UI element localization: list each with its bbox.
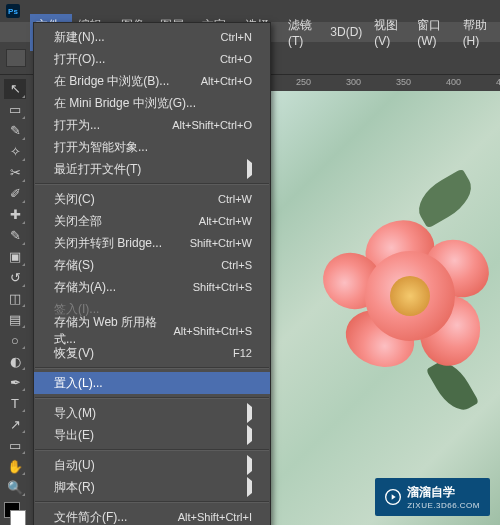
ruler-tick: 300 bbox=[346, 77, 361, 87]
menu-item-label: 关闭全部 bbox=[54, 213, 102, 230]
tool-eyedropper[interactable]: ✐ bbox=[4, 184, 26, 204]
menu-item-11[interactable]: 存储(S)Ctrl+S bbox=[34, 254, 270, 276]
tool-crop[interactable]: ✂ bbox=[4, 163, 26, 183]
menu-item-shortcut: Shift+Ctrl+S bbox=[193, 281, 252, 293]
tool-lasso[interactable]: ✎ bbox=[4, 121, 26, 141]
menu-item-6[interactable]: 最近打开文件(T) bbox=[34, 158, 270, 180]
menu-item-14[interactable]: 存储为 Web 所用格式...Alt+Shift+Ctrl+S bbox=[34, 320, 270, 342]
menu-separator bbox=[35, 449, 269, 451]
chevron-right-icon bbox=[247, 455, 252, 475]
menu-item-17[interactable]: 置入(L)... bbox=[34, 372, 270, 394]
chevron-right-icon bbox=[247, 425, 252, 445]
menu-item-shortcut: Ctrl+N bbox=[221, 31, 252, 43]
background-color[interactable] bbox=[10, 510, 26, 525]
menu-item-label: 文件简介(F)... bbox=[54, 509, 127, 526]
menu-item-label: 新建(N)... bbox=[54, 29, 105, 46]
menu-item-label: 打开(O)... bbox=[54, 51, 105, 68]
menu-item-25[interactable]: 文件简介(F)...Alt+Shift+Ctrl+I bbox=[34, 506, 270, 525]
menu-item-label: 打开为... bbox=[54, 117, 100, 134]
menu-item-shortcut: Alt+Ctrl+W bbox=[199, 215, 252, 227]
menu-item-label: 打开为智能对象... bbox=[54, 139, 148, 156]
menu-item-label: 脚本(R) bbox=[54, 479, 95, 496]
menu-item-shortcut: Ctrl+W bbox=[218, 193, 252, 205]
tool-brush[interactable]: ✎ bbox=[4, 226, 26, 246]
menu-item-22[interactable]: 自动(U) bbox=[34, 454, 270, 476]
menu-separator bbox=[35, 397, 269, 399]
tool-gradient[interactable]: ▤ bbox=[4, 309, 26, 329]
chevron-right-icon bbox=[247, 403, 252, 423]
play-icon bbox=[385, 489, 401, 505]
ruler-tick: 400 bbox=[446, 77, 461, 87]
menu-item-shortcut bbox=[247, 163, 252, 175]
menu-item-shortcut: F12 bbox=[233, 347, 252, 359]
tool-move[interactable]: ↖ bbox=[4, 79, 26, 99]
menu-item-label: 导出(E) bbox=[54, 427, 94, 444]
watermark-sub: ZIXUE.3D66.COM bbox=[407, 501, 480, 510]
menu-8[interactable]: 视图(V) bbox=[368, 14, 411, 51]
menu-separator bbox=[35, 501, 269, 503]
tool-blur[interactable]: ○ bbox=[4, 330, 26, 350]
tool-healing[interactable]: ✚ bbox=[4, 205, 26, 225]
menu-item-label: 恢复(V) bbox=[54, 345, 94, 362]
ruler-tick: 250 bbox=[296, 77, 311, 87]
menu-item-shortcut: Ctrl+O bbox=[220, 53, 252, 65]
menu-item-4[interactable]: 打开为...Alt+Shift+Ctrl+O bbox=[34, 114, 270, 136]
menu-item-10[interactable]: 关闭并转到 Bridge...Shift+Ctrl+W bbox=[34, 232, 270, 254]
menu-6[interactable]: 滤镜(T) bbox=[282, 14, 324, 51]
color-swatches[interactable] bbox=[4, 502, 26, 525]
menu-item-label: 最近打开文件(T) bbox=[54, 161, 141, 178]
menu-item-shortcut bbox=[247, 429, 252, 441]
menu-item-3[interactable]: 在 Mini Bridge 中浏览(G)... bbox=[34, 92, 270, 114]
menu-item-shortcut bbox=[247, 459, 252, 471]
tool-type[interactable]: T bbox=[4, 393, 26, 413]
tool-preset[interactable] bbox=[6, 49, 26, 67]
toolbar: ↖▭✎✧✂✐✚✎▣↺◫▤○◐✒T↗▭✋🔍 bbox=[0, 75, 30, 525]
chevron-right-icon bbox=[247, 477, 252, 497]
tool-history-brush[interactable]: ↺ bbox=[4, 268, 26, 288]
tool-stamp[interactable]: ▣ bbox=[4, 247, 26, 267]
tool-shape[interactable]: ▭ bbox=[4, 435, 26, 455]
flower-graphic bbox=[325, 211, 500, 391]
ruler-tick: 450 bbox=[496, 77, 500, 87]
tool-hand[interactable]: ✋ bbox=[4, 456, 26, 476]
menu-item-20[interactable]: 导出(E) bbox=[34, 424, 270, 446]
menu-item-1[interactable]: 打开(O)...Ctrl+O bbox=[34, 48, 270, 70]
menu-item-shortcut: Alt+Shift+Ctrl+O bbox=[172, 119, 252, 131]
tool-pen[interactable]: ✒ bbox=[4, 372, 26, 392]
menu-item-9[interactable]: 关闭全部Alt+Ctrl+W bbox=[34, 210, 270, 232]
menu-item-23[interactable]: 脚本(R) bbox=[34, 476, 270, 498]
menu-item-shortcut: Alt+Shift+Ctrl+I bbox=[178, 511, 252, 523]
menu-item-12[interactable]: 存储为(A)...Shift+Ctrl+S bbox=[34, 276, 270, 298]
menu-item-label: 置入(L)... bbox=[54, 375, 103, 392]
watermark-title: 溜溜自学 bbox=[407, 484, 480, 501]
menu-item-0[interactable]: 新建(N)...Ctrl+N bbox=[34, 26, 270, 48]
ruler-tick: 350 bbox=[396, 77, 411, 87]
menu-item-shortcut: Shift+Ctrl+W bbox=[190, 237, 252, 249]
menu-item-label: 在 Bridge 中浏览(B)... bbox=[54, 73, 169, 90]
tool-dodge[interactable]: ◐ bbox=[4, 351, 26, 371]
menu-7[interactable]: 3D(D) bbox=[324, 22, 368, 42]
tool-marquee[interactable]: ▭ bbox=[4, 100, 26, 120]
menu-9[interactable]: 窗口(W) bbox=[411, 14, 456, 51]
tool-magic-wand[interactable]: ✧ bbox=[4, 142, 26, 162]
menu-item-label: 存储为(A)... bbox=[54, 279, 116, 296]
menu-item-2[interactable]: 在 Bridge 中浏览(B)...Alt+Ctrl+O bbox=[34, 70, 270, 92]
menu-item-label: 关闭并转到 Bridge... bbox=[54, 235, 162, 252]
tool-path[interactable]: ↗ bbox=[4, 414, 26, 434]
menu-10[interactable]: 帮助(H) bbox=[457, 14, 500, 51]
menu-item-shortcut: Alt+Shift+Ctrl+S bbox=[173, 325, 252, 337]
tool-eraser[interactable]: ◫ bbox=[4, 289, 26, 309]
menu-item-shortcut: Ctrl+S bbox=[221, 259, 252, 271]
ps-logo: Ps bbox=[6, 4, 20, 18]
menu-item-8[interactable]: 关闭(C)Ctrl+W bbox=[34, 188, 270, 210]
menu-item-19[interactable]: 导入(M) bbox=[34, 402, 270, 424]
menu-item-label: 存储为 Web 所用格式... bbox=[54, 314, 173, 348]
menu-item-label: 存储(S) bbox=[54, 257, 94, 274]
svg-marker-1 bbox=[392, 494, 396, 499]
menu-item-5[interactable]: 打开为智能对象... bbox=[34, 136, 270, 158]
menu-item-shortcut bbox=[247, 481, 252, 493]
file-menu-dropdown: 新建(N)...Ctrl+N打开(O)...Ctrl+O在 Bridge 中浏览… bbox=[33, 22, 271, 525]
menu-item-label: 自动(U) bbox=[54, 457, 95, 474]
tool-zoom[interactable]: 🔍 bbox=[4, 477, 26, 497]
menu-separator bbox=[35, 183, 269, 185]
